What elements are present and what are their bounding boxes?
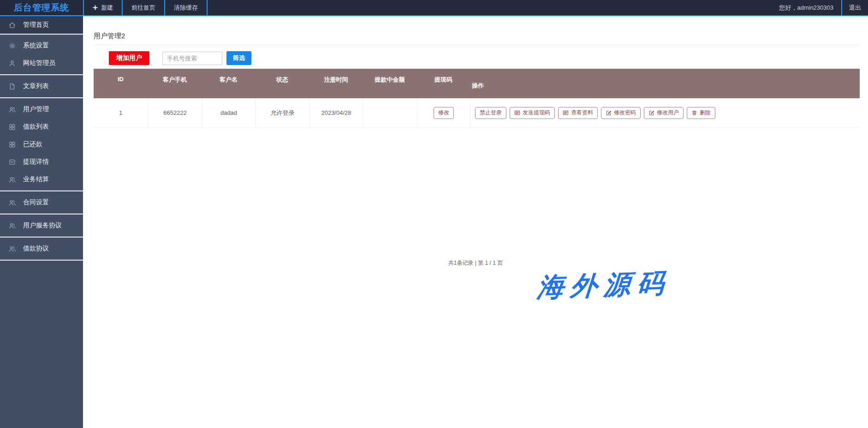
greeting-text: 您好，admin230303 — [779, 0, 841, 15]
nav-item-new[interactable]: 新建 — [83, 0, 122, 15]
col-header-pending-amount: 提款中金额 — [363, 69, 417, 98]
button-label: 删除 — [700, 109, 711, 117]
box-icon — [8, 158, 16, 166]
pagination-status: 共1条记录 | 第 1 / 1 页 — [83, 259, 868, 267]
cell-actions: 禁止登录 发送提现码 查看资料 — [470, 98, 860, 127]
file-icon — [8, 82, 16, 90]
col-header-id: ID — [94, 69, 148, 98]
table-row: 1 6652222 dadad 允许登录 2023/04/28 修改 禁止登录 … — [94, 98, 860, 128]
watermark-text: 海外源码 — [536, 265, 672, 306]
edit-user-button[interactable]: 修改用户 — [644, 107, 684, 119]
grid-icon — [8, 140, 16, 149]
col-header-customer-phone: 客户手机 — [148, 69, 202, 98]
cell-customer-phone: 6652222 — [148, 98, 202, 127]
card-icon — [514, 110, 520, 116]
user-table: ID 客户手机 客户名 状态 注册时间 提款中金额 提现码 操作 1 66522… — [94, 69, 860, 128]
topbar: 后台管理系统 新建 前往首页 清除缓存 您好，admin230303 退出 — [0, 0, 868, 16]
sidebar-item-label: 管理首页 — [23, 21, 49, 29]
nav-item-clear-cache[interactable]: 清除缓存 — [164, 0, 208, 15]
card-icon — [563, 110, 569, 116]
sidebar-item-label: 网站管理员 — [23, 59, 55, 67]
sidebar-item-loan-list[interactable]: 借款列表 — [0, 118, 83, 136]
sidebar-item-admin-home[interactable]: 管理首页 — [0, 16, 83, 34]
plus-icon — [93, 5, 98, 10]
filter-button[interactable]: 筛选 — [226, 51, 251, 65]
sidebar-item-label: 系统设置 — [23, 42, 49, 50]
sidebar-item-label: 借款列表 — [23, 123, 49, 131]
add-user-button[interactable]: 增加用户 — [109, 51, 149, 65]
user-icon — [8, 59, 16, 67]
button-label: 修改用户 — [657, 109, 679, 117]
sidebar-item-business-settlement[interactable]: 业务结算 — [0, 171, 83, 188]
edit-icon — [648, 110, 654, 116]
nav-item-label: 新建 — [101, 4, 113, 12]
users-icon — [8, 105, 16, 113]
cell-id: 1 — [94, 98, 148, 127]
sidebar-group: 借款协议 — [0, 238, 83, 261]
button-label: 查看资料 — [571, 109, 593, 117]
cell-status: 允许登录 — [255, 98, 309, 127]
delete-button[interactable]: 删除 — [687, 107, 715, 119]
cell-customer-name: dadad — [202, 98, 255, 127]
sidebar-group: 系统设置 网站管理员 — [0, 35, 83, 75]
button-label: 发送提现码 — [523, 109, 550, 117]
table-header-row: ID 客户手机 客户名 状态 注册时间 提款中金额 提现码 操作 — [94, 69, 860, 98]
app-logo: 后台管理系统 — [0, 0, 83, 15]
sidebar-group: 合同设置 — [0, 191, 83, 214]
users-icon — [8, 221, 16, 230]
nav-item-go-home[interactable]: 前往首页 — [122, 0, 164, 15]
sidebar: 管理首页 系统设置 网站管理员 文章列表 用户 — [0, 16, 83, 428]
home-icon — [8, 21, 16, 29]
sidebar-item-site-admins[interactable]: 网站管理员 — [0, 54, 83, 72]
col-header-actions: 操作 — [470, 69, 860, 98]
sidebar-item-user-management[interactable]: 用户管理 — [0, 101, 83, 118]
sidebar-item-label: 提现详情 — [23, 158, 49, 166]
users-icon — [8, 175, 16, 184]
button-label: 禁止登录 — [480, 109, 502, 117]
main-content: 用户管理2 增加用户 筛选 ID 客户手机 客户名 状态 注册时间 提款中金额 … — [83, 16, 868, 428]
col-header-customer-name: 客户名 — [202, 69, 255, 98]
topbar-right: 您好，admin230303 退出 — [779, 0, 868, 15]
sidebar-group: 管理首页 — [0, 16, 83, 35]
sidebar-item-label: 用户服务协议 — [23, 221, 62, 230]
sidebar-item-system-settings[interactable]: 系统设置 — [0, 37, 83, 54]
phone-search-input[interactable] — [162, 52, 222, 65]
sidebar-item-withdrawal-details[interactable]: 提现详情 — [0, 153, 83, 171]
sidebar-item-user-service-agreement[interactable]: 用户服务协议 — [0, 217, 83, 234]
sidebar-group: 用户服务协议 — [0, 214, 83, 238]
sidebar-item-label: 业务结算 — [23, 175, 49, 184]
sidebar-item-label: 文章列表 — [23, 82, 49, 90]
sidebar-item-contract-settings[interactable]: 合同设置 — [0, 194, 83, 211]
sidebar-item-label: 借款协议 — [23, 244, 49, 253]
logout-button[interactable]: 退出 — [841, 0, 868, 15]
send-withdraw-code-button[interactable]: 发送提现码 — [510, 107, 555, 119]
topbar-nav: 新建 前往首页 清除缓存 — [83, 0, 208, 15]
change-password-button[interactable]: 修改密码 — [601, 107, 641, 119]
users-icon — [8, 244, 16, 253]
cell-register-time: 2023/04/28 — [309, 98, 363, 127]
edit-icon — [606, 110, 612, 116]
col-header-register-time: 注册时间 — [309, 69, 363, 98]
page-title: 用户管理2 — [94, 31, 860, 41]
users-icon — [8, 198, 16, 207]
col-header-withdraw-code: 提现码 — [417, 69, 470, 98]
nav-item-label: 清除缓存 — [174, 4, 198, 12]
sidebar-group: 文章列表 — [0, 75, 83, 98]
cell-withdraw-code: 修改 — [417, 98, 470, 127]
title-divider — [94, 45, 860, 45]
toolbar: 增加用户 筛选 — [94, 51, 860, 65]
view-profile-button[interactable]: 查看资料 — [558, 107, 598, 119]
sidebar-item-repaid[interactable]: 已还款 — [0, 136, 83, 153]
sidebar-item-article-list[interactable]: 文章列表 — [0, 77, 83, 95]
nav-item-label: 前往首页 — [131, 4, 155, 12]
sidebar-item-loan-agreement[interactable]: 借款协议 — [0, 240, 83, 257]
button-label: 修改密码 — [614, 109, 636, 117]
cell-pending-amount — [363, 98, 417, 127]
sidebar-group: 用户管理 借款列表 已还款 提现详情 业务结算 — [0, 98, 83, 191]
sidebar-item-label: 用户管理 — [23, 105, 49, 113]
modify-withdraw-code-button[interactable]: 修改 — [434, 107, 454, 119]
gear-icon — [8, 42, 16, 50]
grid-icon — [8, 123, 16, 131]
forbid-login-button[interactable]: 禁止登录 — [475, 107, 506, 119]
trash-icon — [691, 110, 697, 116]
